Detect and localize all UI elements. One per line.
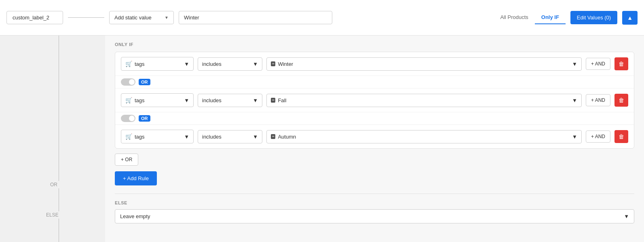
rule-block: 🛒 tags ▼ includes ▼ ⌨ Winter xyxy=(115,52,634,149)
add-static-value-dropdown[interactable]: Add static value ▼ xyxy=(109,11,174,24)
or-toggle-2[interactable] xyxy=(121,115,135,122)
or-badge-1: OR xyxy=(139,79,150,85)
add-static-value-label: Add static value xyxy=(114,15,152,21)
chevron-down-icon-else: ▼ xyxy=(624,213,629,219)
collapse-button[interactable]: ▲ xyxy=(622,11,638,25)
left-sidebar: OR ELSE xyxy=(0,36,105,242)
cart-icon-1: 🛒 xyxy=(125,61,132,67)
else-label: ELSE xyxy=(44,211,60,219)
or-label: OR xyxy=(49,181,59,188)
value-label-3: Autumn xyxy=(278,134,296,140)
tab-only-if[interactable]: Only IF xyxy=(535,11,566,24)
toggle-thumb-1 xyxy=(129,79,135,85)
kbd-icon-2: ⌨ xyxy=(271,98,275,103)
add-or-button[interactable]: + OR xyxy=(115,154,138,166)
chevron-down-icon-val-2: ▼ xyxy=(572,97,577,103)
operator-select-3[interactable]: includes ▼ xyxy=(198,130,262,143)
custom-label: custom_label_2 xyxy=(6,11,63,24)
add-rule-button[interactable]: + Add Rule xyxy=(115,171,157,185)
operator-select-2[interactable]: includes ▼ xyxy=(198,94,262,107)
kbd-icon-3: ⌨ xyxy=(271,134,275,139)
value-label-1: Winter xyxy=(278,61,293,67)
or-toggle-1[interactable] xyxy=(121,78,135,86)
value-input[interactable] xyxy=(179,11,332,24)
tab-all-products[interactable]: All Products xyxy=(494,11,534,24)
rule-row-2: 🛒 tags ▼ includes ▼ ⌨ Fall xyxy=(115,88,634,112)
delete-button-2[interactable]: 🗑 xyxy=(614,94,628,107)
leave-empty-dropdown[interactable]: Leave empty ▼ xyxy=(115,209,634,223)
chevron-down-icon-op-2: ▼ xyxy=(253,97,258,103)
rule-row-1: 🛒 tags ▼ includes ▼ ⌨ Winter xyxy=(115,52,634,76)
value-label-2: Fall xyxy=(278,97,286,103)
field-select-2[interactable]: 🛒 tags ▼ xyxy=(121,93,194,107)
trash-icon-3: 🗑 xyxy=(619,133,624,140)
trash-icon-2: 🗑 xyxy=(619,97,624,103)
chevron-down-icon-field-3: ▼ xyxy=(184,134,189,140)
value-select-2[interactable]: ⌨ Fall ▼ xyxy=(266,94,582,107)
value-select-1[interactable]: ⌨ Winter ▼ xyxy=(266,57,582,71)
and-button-1[interactable]: + AND xyxy=(586,58,610,70)
operator-label-1: includes xyxy=(202,61,222,67)
trash-icon-1: 🗑 xyxy=(619,61,624,67)
chevron-down-icon-op-3: ▼ xyxy=(253,134,258,140)
or-badge-2: OR xyxy=(139,115,150,122)
chevron-down-icon-val-3: ▼ xyxy=(572,134,577,140)
else-section-label: ELSE xyxy=(115,200,634,205)
field-label-3: tags xyxy=(135,134,145,140)
value-select-3[interactable]: ⌨ Autumn ▼ xyxy=(266,130,582,143)
chevron-down-icon-field-1: ▼ xyxy=(184,61,189,67)
else-section: ELSE Leave empty ▼ xyxy=(115,194,634,223)
connector xyxy=(68,17,104,18)
field-label-1: tags xyxy=(135,61,145,67)
toggle-track-2 xyxy=(121,115,135,122)
delete-button-1[interactable]: 🗑 xyxy=(614,57,628,70)
chevron-down-icon-op-1: ▼ xyxy=(253,61,258,67)
kbd-icon-1: ⌨ xyxy=(271,61,275,66)
cart-icon-3: 🛒 xyxy=(125,133,132,140)
and-button-2[interactable]: + AND xyxy=(586,94,610,106)
chevron-down-icon-val-1: ▼ xyxy=(572,61,577,67)
field-select-3[interactable]: 🛒 tags ▼ xyxy=(121,130,194,143)
delete-button-3[interactable]: 🗑 xyxy=(614,130,628,143)
or-toggle-row-2: OR xyxy=(115,112,634,125)
chevron-down-icon-field-2: ▼ xyxy=(184,97,189,103)
operator-label-3: includes xyxy=(202,134,222,140)
field-label-2: tags xyxy=(135,97,145,103)
edit-values-button[interactable]: Edit Values (0) xyxy=(570,11,617,24)
field-select-1[interactable]: 🛒 tags ▼ xyxy=(121,57,194,71)
toggle-thumb-2 xyxy=(129,116,135,121)
chevron-down-icon: ▼ xyxy=(165,15,169,20)
toggle-track-1 xyxy=(121,78,135,86)
rule-row-3: 🛒 tags ▼ includes ▼ ⌨ Autumn xyxy=(115,125,634,148)
operator-label-2: includes xyxy=(202,97,222,103)
operator-select-1[interactable]: includes ▼ xyxy=(198,57,262,71)
and-button-3[interactable]: + AND xyxy=(586,130,610,143)
or-toggle-row-1: OR xyxy=(115,76,634,88)
up-arrow-icon: ▲ xyxy=(627,15,633,21)
leave-empty-label: Leave empty xyxy=(120,213,150,219)
rule-area: ONLY IF 🛒 tags ▼ includes ▼ xyxy=(105,36,644,242)
tab-group: All Products Only IF xyxy=(494,11,565,24)
cart-icon-2: 🛒 xyxy=(125,97,132,103)
only-if-label: ONLY IF xyxy=(115,42,634,47)
